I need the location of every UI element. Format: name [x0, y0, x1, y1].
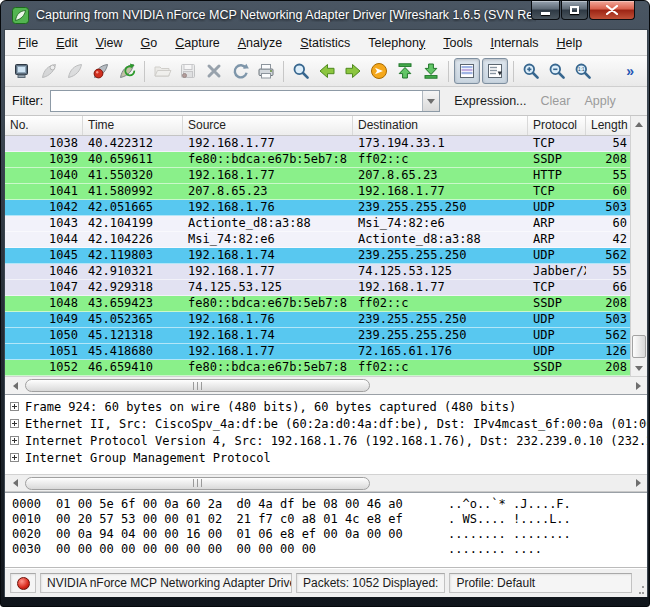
zoom-100-icon[interactable]: 1:1	[570, 58, 596, 84]
packet-row-1047[interactable]: 104742.92931874.125.53.125192.168.1.77TC…	[5, 280, 632, 296]
packet-row-1040[interactable]: 104041.550320192.168.1.77207.8.65.23HTTP…	[5, 168, 632, 184]
hex-ascii: . WS.... !....L..	[448, 512, 571, 527]
restart-capture-icon[interactable]	[114, 58, 140, 84]
packet-list-vscrollbar[interactable]	[630, 116, 647, 376]
packet-row-1048[interactable]: 104843.659423fe80::bdca:e67b:5eb7:8ff02:…	[5, 296, 632, 312]
hscroll-thumb[interactable]	[25, 477, 370, 490]
expression-button[interactable]: Expression...	[454, 94, 526, 108]
packet-row-1050[interactable]: 105045.121318192.168.1.74239.255.255.250…	[5, 328, 632, 344]
hex-offset: 0000	[12, 497, 56, 512]
print-icon[interactable]	[253, 58, 279, 84]
hex-ascii: ..^o..`* .J....F.	[448, 497, 571, 512]
expand-plus-icon[interactable]	[10, 402, 19, 411]
autoscroll-toggle-icon[interactable]	[482, 58, 508, 84]
menu-file[interactable]: File	[9, 32, 47, 54]
list-interfaces-icon[interactable]	[10, 58, 36, 84]
packet-cell: SSDP	[528, 296, 586, 311]
colorize-toggle-icon[interactable]	[454, 58, 480, 84]
menu-statistics[interactable]: Statistics	[291, 32, 359, 54]
scroll-down-button[interactable]	[631, 360, 647, 376]
column-header-no[interactable]: No.	[5, 116, 83, 135]
go-bottom-icon[interactable]	[418, 58, 444, 84]
scroll-right-button[interactable]	[630, 378, 646, 394]
minimize-button[interactable]	[531, 1, 560, 20]
menu-telephony[interactable]: Telephony	[359, 32, 434, 54]
hscroll-thumb[interactable]	[25, 379, 370, 392]
resize-grip[interactable]	[636, 586, 644, 594]
packet-row-1052[interactable]: 105246.659410fe80::bdca:e67b:5eb7:8ff02:…	[5, 360, 632, 376]
packet-row-1041[interactable]: 104141.580992207.8.65.23192.168.1.77TCP6…	[5, 184, 632, 200]
toolbar-separator	[513, 61, 514, 82]
column-header-length[interactable]: Length	[586, 116, 632, 135]
expert-info-button[interactable]	[10, 573, 36, 593]
details-hscrollbar[interactable]	[5, 474, 647, 492]
scroll-right-button[interactable]	[630, 475, 646, 491]
menu-internals[interactable]: Internals	[481, 32, 547, 54]
filter-dropdown-button[interactable]	[422, 91, 439, 111]
column-header-time[interactable]: Time	[83, 116, 183, 135]
packet-row-1043[interactable]: 104342.104199Actionte_d8:a3:88Msi_74:82:…	[5, 216, 632, 232]
vscroll-thumb[interactable]	[632, 335, 646, 358]
expert-info-icon	[17, 577, 30, 590]
packet-row-1045[interactable]: 104542.119803192.168.1.74239.255.255.250…	[5, 248, 632, 264]
packet-cell: 192.168.1.77	[183, 264, 353, 279]
hex-offset: 0030	[12, 542, 56, 557]
apply-button[interactable]: Apply	[584, 94, 615, 108]
hex-bytes: 00 20 57 53 00 00 01 02 21 f7 c0 a8 01 4…	[56, 512, 448, 527]
scroll-left-button[interactable]	[7, 378, 23, 394]
column-header-source[interactable]: Source	[183, 116, 353, 135]
menu-go[interactable]: Go	[132, 32, 167, 54]
filter-combobox[interactable]	[50, 90, 440, 112]
zoom-out-icon[interactable]	[544, 58, 570, 84]
packet-cell: Actionte_d8:a3:88	[353, 232, 528, 247]
goto-packet-icon[interactable]	[366, 58, 392, 84]
maximize-button[interactable]	[561, 1, 588, 20]
menu-capture[interactable]: Capture	[166, 32, 228, 54]
zoom-in-icon[interactable]	[518, 58, 544, 84]
detail-row[interactable]: Internet Protocol Version 4, Src: 192.16…	[5, 432, 647, 449]
menu-help[interactable]: Help	[547, 32, 591, 54]
stop-capture-icon[interactable]	[88, 58, 114, 84]
packet-row-1049[interactable]: 104945.052365192.168.1.76239.255.255.250…	[5, 312, 632, 328]
title-bar[interactable]: Capturing from NVIDIA nForce MCP Network…	[4, 1, 646, 29]
menu-view[interactable]: View	[87, 32, 132, 54]
clear-button[interactable]: Clear	[541, 94, 571, 108]
packet-cell: 42.104199	[83, 216, 183, 231]
menu-analyze[interactable]: Analyze	[229, 32, 291, 54]
packet-row-1046[interactable]: 104642.910321192.168.1.7774.125.53.125Ja…	[5, 264, 632, 280]
menu-tools[interactable]: Tools	[434, 32, 481, 54]
overflow-chevron-icon[interactable]: »	[626, 63, 634, 79]
scroll-left-button[interactable]	[7, 475, 23, 491]
packet-cell: UDP	[528, 312, 586, 327]
forward-icon[interactable]	[340, 58, 366, 84]
find-icon[interactable]	[288, 58, 314, 84]
packet-cell: 503	[586, 200, 632, 215]
packet-cell: 42.929318	[83, 280, 183, 295]
packet-row-1051[interactable]: 105145.418680192.168.1.7772.165.61.176UD…	[5, 344, 632, 360]
expand-plus-icon[interactable]	[10, 453, 19, 462]
packet-cell: 1051	[5, 344, 83, 359]
packet-row-1042[interactable]: 104242.051665192.168.1.76239.255.255.250…	[5, 200, 632, 216]
detail-row[interactable]: Internet Group Management Protocol	[5, 449, 647, 466]
filter-input[interactable]	[51, 91, 422, 111]
column-header-destination[interactable]: Destination	[353, 116, 528, 135]
packet-row-1038[interactable]: 103840.422312192.168.1.77173.194.33.1TCP…	[5, 136, 632, 152]
detail-row[interactable]: Ethernet II, Src: CiscoSpv_4a:df:be (60:…	[5, 415, 647, 432]
packet-cell: 1041	[5, 184, 83, 199]
scroll-up-button[interactable]	[631, 116, 647, 132]
status-bar: NVIDIA nForce MCP Networking Adapter Dri…	[5, 568, 647, 597]
expand-plus-icon[interactable]	[10, 419, 19, 428]
packet-row-1044[interactable]: 104442.104226Msi_74:82:e6Actionte_d8:a3:…	[5, 232, 632, 248]
menu-edit[interactable]: Edit	[47, 32, 87, 54]
reload-icon[interactable]	[227, 58, 253, 84]
packet-cell: 192.168.1.77	[353, 280, 528, 295]
back-icon[interactable]	[314, 58, 340, 84]
packet-list-hscrollbar[interactable]	[5, 376, 647, 394]
packet-row-1039[interactable]: 103940.659611fe80::bdca:e67b:5eb7:8ff02:…	[5, 152, 632, 168]
detail-row[interactable]: Frame 924: 60 bytes on wire (480 bits), …	[5, 398, 647, 415]
column-header-protocol[interactable]: Protocol	[528, 116, 586, 135]
go-top-icon[interactable]	[392, 58, 418, 84]
expand-plus-icon[interactable]	[10, 436, 19, 445]
close-button[interactable]	[589, 1, 635, 20]
close-file-icon[interactable]	[201, 58, 227, 84]
